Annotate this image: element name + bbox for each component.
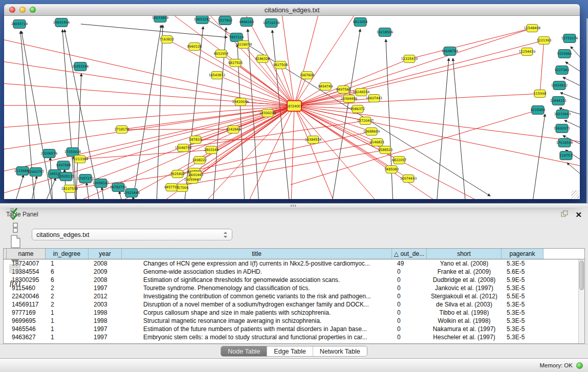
network-node-teal[interactable]: 8215958: [531, 106, 545, 115]
column-header-in-degree[interactable]: in_degree: [46, 249, 89, 259]
table-row[interactable]: 946554611997Estimation of the future num…: [4, 325, 578, 333]
vertical-scrollbar[interactable]: [578, 259, 584, 343]
network-node-yellow[interactable]: 8912954: [214, 50, 228, 58]
network-node-teal[interactable]: 10958167: [93, 179, 110, 188]
tab-node-table[interactable]: Node Table: [221, 346, 267, 356]
network-node-yellow[interactable]: 10607441: [366, 95, 383, 102]
table-row[interactable]: 977716911998Corpus callosum shape and si…: [4, 309, 578, 317]
network-node-yellow[interactable]: 587833: [189, 136, 202, 144]
network-node-teal[interactable]: 9329966: [557, 50, 572, 58]
network-node-yellow[interactable]: 9457791: [164, 184, 179, 191]
network-node-teal[interactable]: 16648784: [442, 47, 459, 56]
table-row[interactable]: 911546021997Tourette syndrome. Phenomeno…: [4, 284, 578, 292]
network-canvas[interactable]: 2405572420691406160338091065328715276026…: [4, 16, 580, 199]
row-height-icon[interactable]: [8, 221, 22, 235]
select-columns-icon[interactable]: [8, 207, 22, 221]
network-node-yellow[interactable]: 16246554: [353, 89, 370, 96]
network-node-teal[interactable]: 19218506: [377, 28, 394, 37]
network-node-yellow[interactable]: 15046798: [175, 144, 192, 152]
network-node-teal[interactable]: 12923446: [123, 189, 140, 198]
network-node-yellow[interactable]: 12325419: [401, 55, 418, 63]
network-node-teal[interactable]: 16210643: [554, 110, 571, 119]
table-row[interactable]: 969969511998Structural magnetic resonanc…: [4, 317, 578, 325]
network-node-yellow[interactable]: 115998: [534, 90, 546, 98]
network-node-teal[interactable]: 15692971: [554, 124, 571, 133]
network-node-teal[interactable]: 12942757: [28, 168, 45, 177]
network-node-yellow[interactable]: 8454749: [318, 83, 333, 91]
memory-status-icon[interactable]: [576, 362, 583, 369]
table-row[interactable]: 1830029562008Estimation of significance …: [4, 276, 578, 284]
network-node-yellow[interactable]: 15720407: [357, 117, 374, 125]
network-node-yellow[interactable]: 10688609: [363, 128, 380, 136]
network-node-yellow[interactable]: 1691443: [189, 171, 203, 179]
table-row[interactable]: 1872400712008Changes of HCN gene express…: [4, 259, 578, 268]
network-node-yellow[interactable]: 9242848: [226, 126, 241, 134]
network-node-teal[interactable]: 16033809: [152, 16, 169, 23]
network-node-teal[interactable]: 20691406: [53, 18, 70, 27]
network-node-yellow[interactable]: 23420046: [232, 98, 249, 106]
import-table-icon[interactable]: [8, 262, 22, 276]
network-node-teal[interactable]: 12093832: [551, 81, 568, 90]
network-node-teal[interactable]: 16782759: [110, 183, 127, 192]
network-node-yellow[interactable]: 2718176: [115, 126, 129, 134]
network-node-yellow[interactable]: 11548408: [524, 25, 541, 32]
resize-grip-icon[interactable]: [571, 190, 579, 199]
network-node-teal[interactable]: 6466160: [239, 18, 254, 27]
network-node-yellow[interactable]: 8186328: [255, 55, 270, 63]
scrollbar-thumb[interactable]: [579, 260, 584, 290]
network-node-teal[interactable]: 9227343: [555, 66, 569, 75]
minimize-window-icon[interactable]: [19, 7, 26, 13]
panel-splitter[interactable]: [0, 203, 588, 208]
column-header-year[interactable]: year: [89, 249, 122, 259]
network-node-yellow[interactable]: 6497568: [336, 86, 351, 94]
tab-edge-table[interactable]: Edge Table: [267, 346, 312, 356]
column-header-out-de-[interactable]: △ out_de...: [392, 249, 427, 259]
network-node-yellow[interactable]: 2803144: [204, 146, 219, 154]
network-node-teal[interactable]: 17016504: [556, 139, 573, 147]
network-node-yellow[interactable]: 7163822: [160, 36, 174, 43]
network-node-yellow[interactable]: 9827508: [273, 61, 288, 69]
network-node-teal[interactable]: 116753: [560, 151, 572, 160]
table-selector-dropdown[interactable]: citations_edges.txt: [32, 229, 232, 240]
table-row[interactable]: 1938455462009Genome-wide association stu…: [4, 268, 578, 276]
close-panel-icon[interactable]: ✕: [575, 211, 582, 218]
network-node-hub[interactable]: 18724007: [286, 101, 302, 112]
network-node-yellow[interactable]: 2967608: [300, 72, 314, 79]
network-node-teal[interactable]: 24055724: [11, 20, 28, 29]
network-node-teal[interactable]: 10653287: [194, 16, 211, 24]
column-header-title[interactable]: title: [122, 249, 392, 259]
network-node-yellow[interactable]: 11254419: [519, 48, 536, 56]
zoom-window-icon[interactable]: [30, 7, 36, 13]
network-node-yellow[interactable]: 9146821: [370, 139, 384, 146]
network-node-teal[interactable]: 15751074: [561, 34, 578, 43]
network-node-teal[interactable]: 8813054: [353, 18, 367, 27]
network-node-teal[interactable]: 10719158: [263, 19, 280, 28]
network-node-teal[interactable]: 1527602: [218, 16, 232, 25]
network-node-teal[interactable]: 12444151: [550, 97, 567, 105]
network-node-teal[interactable]: 17957272: [77, 174, 94, 183]
network-window-titlebar[interactable]: citations_edges.txt: [4, 4, 580, 16]
table-row[interactable]: 1456911722003Disruption of a novel membe…: [4, 300, 578, 309]
network-node-yellow[interactable]: 7625402: [170, 170, 185, 178]
network-node-yellow[interactable]: 8960128: [187, 43, 202, 51]
network-node-teal[interactable]: 9397588: [56, 161, 71, 170]
network-node-yellow[interactable]: 9827505: [228, 59, 243, 67]
column-header-name[interactable]: name: [7, 249, 46, 259]
close-window-icon[interactable]: [9, 7, 15, 13]
float-panel-icon[interactable]: [561, 210, 568, 218]
table-row[interactable]: 946362711997Embryonic stem cells: a mode…: [4, 333, 578, 341]
column-header-pagerank[interactable]: pagerank: [502, 249, 543, 259]
network-node-yellow[interactable]: 7485083: [384, 166, 399, 173]
network-node-yellow[interactable]: 6822057: [392, 157, 406, 164]
network-node-teal[interactable]: 20353346: [72, 62, 89, 71]
network-node-yellow[interactable]: 1221393: [537, 37, 551, 45]
network-node-yellow[interactable]: 1498222: [192, 157, 207, 164]
network-node-yellow[interactable]: 7986372: [351, 105, 365, 113]
network-node-yellow[interactable]: 1588520: [378, 146, 393, 154]
network-node-teal[interactable]: 13505135: [58, 172, 75, 181]
network-node-teal[interactable]: 20206576: [41, 149, 58, 158]
column-header-short[interactable]: short: [427, 249, 502, 259]
new-file-icon[interactable]: [8, 235, 22, 249]
tab-network-table[interactable]: Network Table: [313, 346, 367, 356]
network-node-yellow[interactable]: 10974493: [400, 175, 417, 183]
